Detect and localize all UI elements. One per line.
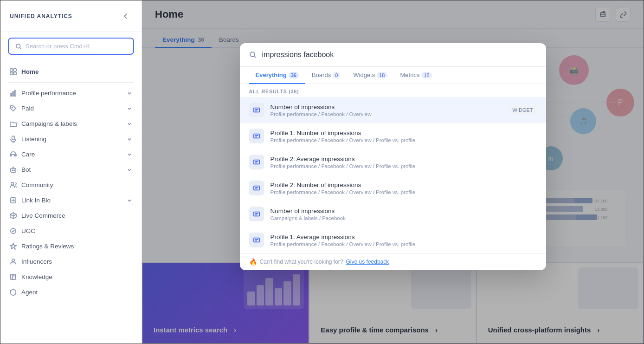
app-title: UNIFIED ANALYTICS [10, 13, 72, 19]
sidebar-item-home[interactable]: Home [0, 64, 142, 79]
box-icon [10, 212, 17, 219]
svg-rect-7 [14, 91, 16, 96]
search-placeholder: Search or press Cmd+K [26, 43, 90, 50]
modal-tab-boards[interactable]: Boards 0 [305, 67, 347, 84]
widget-icon [249, 181, 264, 195]
result-path-1: Profile performance / Facebook / Overvie… [270, 137, 537, 143]
modal-tab-everything[interactable]: Everything 36 [249, 67, 305, 84]
svg-rect-5 [10, 93, 12, 97]
sidebar-item-care[interactable]: Care [0, 147, 142, 162]
footer-text: Can't find what you're looking for? [260, 259, 343, 265]
nav-home-label: Home [21, 68, 39, 75]
result-item-1[interactable]: Profile 1: Number of impressions Profile… [240, 123, 546, 149]
svg-point-15 [11, 182, 14, 185]
modal-tab-widgets-label: Widgets [353, 71, 375, 78]
widget-icon [249, 155, 264, 169]
nav-ratings-label: Ratings & Reviews [21, 243, 74, 250]
result-name-5: Profile 1: Average impressions [270, 234, 537, 240]
svg-rect-1 [10, 69, 13, 71]
nav-community-label: Community [21, 182, 53, 188]
search-icon [249, 51, 257, 58]
modal-tab-widgets-count: 18 [377, 72, 387, 78]
sidebar-item-community[interactable]: Community [0, 177, 142, 193]
svg-rect-3 [10, 72, 13, 75]
result-item-2[interactable]: Profile 2: Average impressions Profile p… [240, 149, 546, 175]
result-path-3: Profile performance / Facebook / Overvie… [270, 189, 537, 195]
collapse-sidebar-button[interactable] [119, 10, 132, 23]
sidebar-item-live-commerce[interactable]: Live Commerce [0, 208, 142, 223]
mic-icon [10, 136, 17, 143]
sidebar-item-ratings[interactable]: Ratings & Reviews [0, 239, 142, 254]
shield-icon [10, 289, 17, 296]
chevron-down-icon [127, 121, 132, 127]
sidebar-header: UNIFIED ANALYTICS [0, 0, 142, 32]
nav-divider [8, 82, 134, 83]
link-icon [10, 197, 17, 204]
result-content-5: Profile 1: Average impressions Profile p… [270, 234, 537, 247]
chevron-down-icon [127, 136, 132, 142]
sidebar-nav: Home Profile performance Paid [0, 60, 142, 304]
result-content-4: Number of impressions Campaigns & labels… [270, 208, 537, 221]
widget-icon [249, 207, 264, 221]
ugc-icon [10, 227, 17, 234]
widget-icon [249, 103, 264, 117]
search-query-text[interactable]: impressions facebook [262, 51, 537, 59]
person-icon [10, 258, 17, 265]
modal-tab-everything-label: Everything [256, 71, 287, 78]
sidebar-item-ugc[interactable]: UGC [0, 223, 142, 239]
result-item-5[interactable]: Profile 1: Average impressions Profile p… [240, 227, 546, 253]
result-item-0[interactable]: Number of impressions Profile performanc… [240, 97, 546, 123]
sidebar-search-box[interactable]: Search or press Cmd+K [8, 38, 134, 55]
feedback-link[interactable]: Give us feedback [346, 259, 389, 265]
svg-point-0 [16, 44, 20, 48]
bar-chart-icon [10, 90, 17, 97]
result-name-3: Profile 2: Number of impressions [270, 182, 537, 188]
sidebar-item-link-in-bio[interactable]: Link In Bio [0, 193, 142, 208]
results-header: ALL RESULTS (36) [240, 84, 546, 97]
result-item-4[interactable]: Number of impressions Campaigns & labels… [240, 201, 546, 227]
result-item-3[interactable]: Profile 2: Number of impressions Profile… [240, 175, 546, 201]
nav-listening-label: Listening [21, 136, 46, 143]
nav-paid-label: Paid [21, 105, 34, 112]
nav-campaigns-label: Campaigns & labels [21, 120, 77, 127]
svg-point-13 [12, 170, 13, 171]
modal-tab-metrics-count: 18 [421, 72, 431, 78]
sidebar-item-campaigns[interactable]: Campaigns & labels [0, 116, 142, 131]
modal-tab-widgets[interactable]: Widgets 18 [347, 67, 393, 84]
modal-tab-everything-count: 36 [289, 72, 299, 78]
result-path-0: Profile performance / Facebook / Overvie… [270, 111, 502, 117]
chevron-down-icon [127, 198, 132, 203]
search-modal-tabs: Everything 36 Boards 0 Widgets 18 Metric… [240, 67, 546, 84]
svg-point-14 [13, 170, 14, 171]
sidebar-item-paid[interactable]: Paid [0, 101, 142, 116]
svg-point-8 [12, 107, 13, 108]
svg-point-47 [250, 52, 255, 57]
sidebar-item-bot[interactable]: Bot [0, 162, 142, 177]
sidebar-item-listening[interactable]: Listening [0, 131, 142, 147]
nav-influencers-label: Influencers [21, 258, 52, 265]
svg-rect-4 [13, 72, 16, 75]
modal-tab-metrics-label: Metrics [400, 71, 419, 78]
sidebar-item-knowledge[interactable]: Knowledge [0, 269, 142, 285]
bot-icon [10, 166, 17, 173]
result-content-1: Profile 1: Number of impressions Profile… [270, 130, 537, 143]
sidebar-item-agent[interactable]: Agent [0, 285, 142, 300]
nav-bot-label: Bot [21, 166, 31, 173]
fire-emoji: 🔥 [249, 258, 257, 266]
sidebar-item-influencers[interactable]: Influencers [0, 254, 142, 269]
result-name-0: Number of impressions [270, 104, 502, 110]
modal-tab-metrics[interactable]: Metrics 18 [393, 67, 438, 84]
nav-knowledge-label: Knowledge [21, 273, 52, 280]
svg-rect-6 [13, 92, 14, 96]
sidebar-item-profile-performance[interactable]: Profile performance [0, 85, 142, 101]
nav-profile-label: Profile performance [21, 90, 76, 97]
svg-rect-12 [11, 169, 16, 172]
search-icon [15, 43, 22, 50]
search-modal-input-row: impressions facebook [240, 43, 546, 67]
svg-point-18 [12, 259, 15, 262]
result-badge-0: WIDGET [509, 106, 537, 114]
chevron-down-icon [127, 106, 132, 111]
result-path-2: Profile performance / Facebook / Overvie… [270, 163, 537, 169]
result-content-0: Number of impressions Profile performanc… [270, 104, 502, 117]
result-path-5: Profile performance / Facebook / Overvie… [270, 241, 537, 247]
